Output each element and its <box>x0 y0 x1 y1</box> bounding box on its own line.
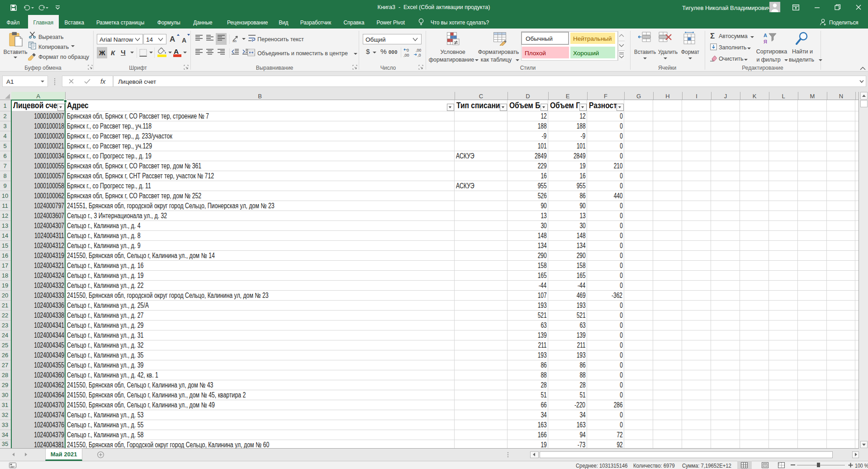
svg-text:Я: Я <box>764 39 767 44</box>
svg-text:А: А <box>764 33 767 38</box>
svg-text:ab: ab <box>232 39 237 43</box>
